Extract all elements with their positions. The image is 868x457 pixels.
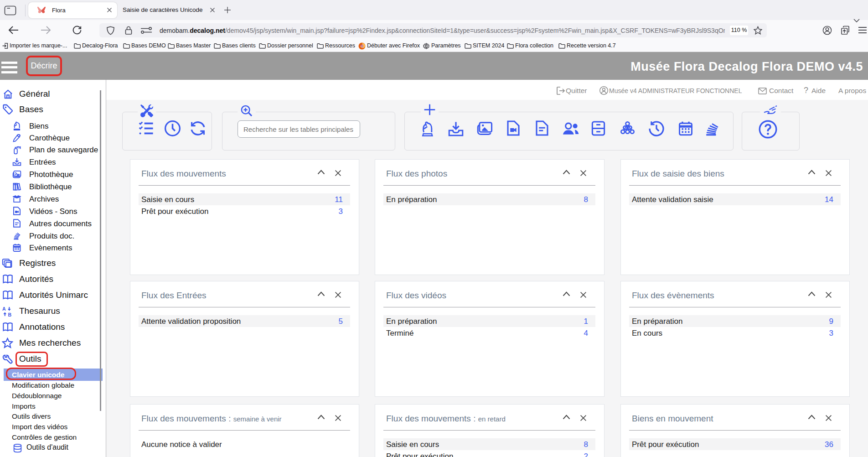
svg-text:B: B	[8, 312, 11, 317]
svg-text:A: A	[2, 306, 6, 312]
